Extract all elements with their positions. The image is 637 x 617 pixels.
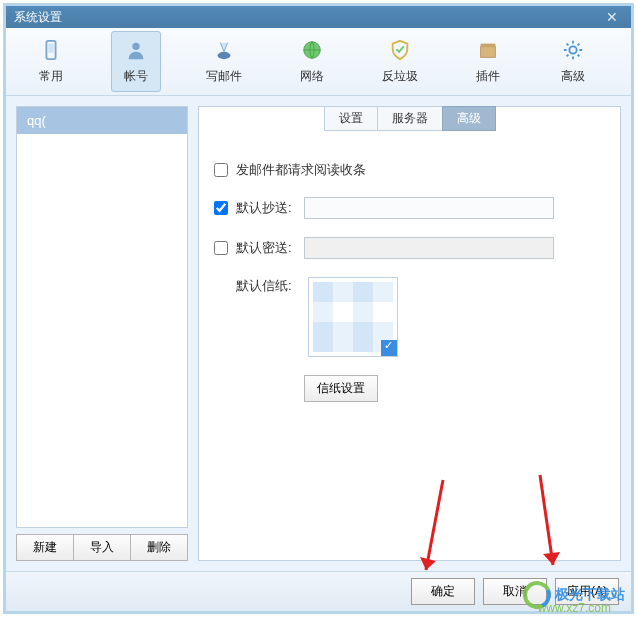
delete-account-button[interactable]: 删除 [130, 534, 188, 561]
svg-rect-5 [481, 46, 496, 57]
close-button[interactable]: ✕ [601, 6, 623, 28]
toolbar-label: 高级 [561, 68, 585, 85]
account-sidebar: qq( 新建 导入 删除 [16, 106, 188, 561]
gear-icon [561, 38, 585, 62]
toolbar-label: 帐号 [124, 68, 148, 85]
bcc-row: 默认密送: [214, 237, 605, 259]
svg-point-7 [569, 46, 576, 53]
apply-button[interactable]: 应用(A) [555, 578, 619, 605]
toolbar-label: 常用 [39, 68, 63, 85]
cancel-button[interactable]: 取消 [483, 578, 547, 605]
content-panel: 设置 服务器 高级 发邮件都请求阅读收条 默认抄送: [198, 106, 621, 561]
read-receipt-checkbox[interactable] [214, 163, 228, 177]
dialog-footer: 确定 取消 应用(A) [6, 571, 631, 611]
close-icon: ✕ [606, 9, 618, 25]
cc-input[interactable] [304, 197, 554, 219]
globe-icon [300, 38, 324, 62]
toolbar-label: 反垃圾 [382, 68, 418, 85]
bcc-input[interactable] [304, 237, 554, 259]
tab-server[interactable]: 服务器 [377, 106, 443, 131]
svg-rect-1 [48, 44, 54, 53]
category-toolbar: 常用 帐号 写邮件 网络 反垃圾 插件 高级 [6, 28, 631, 96]
stationery-label: 默认信纸: [236, 277, 304, 295]
toolbar-item-antispam[interactable]: 反垃圾 [372, 32, 428, 91]
check-icon [381, 340, 397, 356]
bcc-checkbox[interactable] [214, 241, 228, 255]
import-account-button[interactable]: 导入 [73, 534, 131, 561]
toolbar-label: 写邮件 [206, 68, 242, 85]
toolbar-item-plugins[interactable]: 插件 [463, 32, 513, 91]
ok-button[interactable]: 确定 [411, 578, 475, 605]
account-item[interactable]: qq( [17, 107, 187, 134]
toolbar-item-compose[interactable]: 写邮件 [196, 32, 252, 91]
stationery-preview[interactable] [308, 277, 398, 357]
body-area: qq( 新建 导入 删除 设置 服务器 高级 [6, 96, 631, 611]
tab-advanced[interactable]: 高级 [442, 106, 496, 131]
box-icon [476, 38, 500, 62]
new-account-button[interactable]: 新建 [16, 534, 74, 561]
cc-row: 默认抄送: [214, 197, 605, 219]
toolbar-label: 插件 [476, 68, 500, 85]
toolbar-label: 网络 [300, 68, 324, 85]
stationery-row: 默认信纸: [214, 277, 605, 357]
cc-label: 默认抄送: [236, 199, 304, 217]
person-icon [124, 38, 148, 62]
tab-settings[interactable]: 设置 [324, 106, 378, 131]
stationery-settings-button[interactable]: 信纸设置 [304, 375, 378, 402]
account-label: qq( [27, 113, 46, 128]
settings-window: 系统设置 ✕ 常用 帐号 写邮件 网络 反垃圾 插件 [3, 3, 634, 614]
sidebar-buttons: 新建 导入 删除 [16, 534, 188, 561]
read-receipt-label: 发邮件都请求阅读收条 [236, 161, 366, 179]
svg-point-2 [132, 43, 139, 50]
toolbar-item-general[interactable]: 常用 [26, 32, 76, 91]
toolbar-item-network[interactable]: 网络 [287, 32, 337, 91]
stationery-button-row: 信纸设置 [304, 375, 605, 402]
cc-checkbox[interactable] [214, 201, 228, 215]
toolbar-item-account[interactable]: 帐号 [111, 31, 161, 92]
main-area: qq( 新建 导入 删除 设置 服务器 高级 [6, 96, 631, 571]
bcc-label: 默认密送: [236, 239, 304, 257]
phone-icon [39, 38, 63, 62]
toolbar-item-advanced[interactable]: 高级 [548, 32, 598, 91]
inkwell-icon [212, 38, 236, 62]
shield-icon [388, 38, 412, 62]
account-list[interactable]: qq( [16, 106, 188, 528]
read-receipt-row: 发邮件都请求阅读收条 [214, 161, 605, 179]
tab-strip: 设置 服务器 高级 [199, 106, 620, 131]
form-area: 发邮件都请求阅读收条 默认抄送: 默认密送: 默认信纸: [199, 131, 620, 417]
titlebar: 系统设置 ✕ [6, 6, 631, 28]
window-title: 系统设置 [14, 9, 62, 26]
svg-rect-6 [481, 44, 496, 48]
